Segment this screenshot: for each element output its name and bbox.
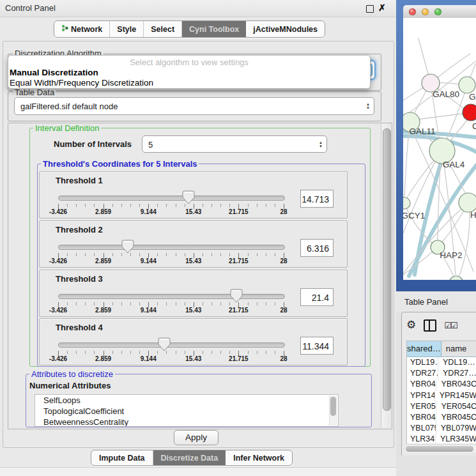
- minor-tick: [185, 253, 185, 256]
- bottom-tab-bar: Impute Data Discretize Data Infer Networ…: [91, 450, 293, 466]
- settings-vertical-scrollbar[interactable]: [381, 123, 391, 427]
- tab-cyni-toolbox[interactable]: Cyni Toolbox: [182, 21, 246, 37]
- table-horizontal-scrollbar[interactable]: [405, 444, 476, 452]
- network-node[interactable]: [449, 276, 463, 280]
- slider-track[interactable]: [58, 294, 285, 299]
- cell-shared-name[interactable]: YER054C: [407, 401, 436, 412]
- network-canvas[interactable]: GAL80GACGAL11GAL4GCY1HHAP2: [403, 18, 476, 280]
- scrollbar-thumb[interactable]: [406, 446, 473, 452]
- apply-button[interactable]: Apply: [174, 430, 219, 445]
- slider-track[interactable]: [58, 342, 285, 348]
- minor-tick: [211, 351, 212, 354]
- cell-name[interactable]: YBL079W: [436, 423, 476, 434]
- window-minimize-icon[interactable]: [422, 8, 429, 15]
- slider-thumb[interactable]: [158, 337, 171, 351]
- slider-thumb[interactable]: [230, 289, 243, 303]
- minor-tick: [266, 204, 266, 207]
- cell-shared-name[interactable]: YLR345W: [407, 434, 436, 443]
- minor-tick: [85, 253, 86, 256]
- attribute-list-item[interactable]: SelfLoops: [35, 395, 338, 406]
- table-row[interactable]: YPR145WYPR145W: [407, 390, 476, 401]
- network-window-titlebar[interactable]: [403, 5, 476, 19]
- window-zoom-icon[interactable]: [434, 8, 441, 15]
- tab-network[interactable]: Network: [54, 21, 110, 37]
- minor-tick: [166, 302, 167, 305]
- network-node-c[interactable]: [463, 104, 476, 121]
- minor-tick: [275, 302, 275, 305]
- slider-thumb[interactable]: [182, 190, 195, 204]
- minor-tick: [166, 351, 167, 354]
- cell-name[interactable]: YBR045C: [436, 412, 476, 423]
- column-checkboxes-icon[interactable]: ☑☑: [444, 321, 456, 330]
- split-view-icon[interactable]: [424, 319, 436, 332]
- tick-label: 15.43: [185, 355, 201, 362]
- network-node-gcy1[interactable]: [403, 197, 410, 209]
- cell-shared-name[interactable]: YDL19…: [407, 357, 438, 368]
- threshold-value-field[interactable]: 6.316: [300, 239, 334, 257]
- minor-tick: [211, 302, 212, 305]
- control-panel: Control Panel ✗ Network Style Select Cyn…: [0, 0, 396, 476]
- minor-tick: [176, 351, 176, 354]
- node-table: shared… name YDL19…YDL19…YDR27…YDR27…YBR…: [406, 341, 476, 443]
- minor-tick: [112, 302, 113, 305]
- tab-infer-network[interactable]: Infer Network: [226, 450, 292, 465]
- table-panel-title: Table Panel: [404, 297, 448, 307]
- cell-name[interactable]: YLR345W: [436, 434, 476, 443]
- cell-shared-name[interactable]: YBR043C: [407, 379, 436, 390]
- float-panel-icon[interactable]: [366, 5, 374, 13]
- cell-shared-name[interactable]: YDR27…: [407, 368, 438, 379]
- network-node-label: HAP2: [440, 250, 462, 260]
- cell-name[interactable]: YDR27…: [438, 368, 476, 379]
- number-of-intervals-combobox[interactable]: 5 ▲▼: [142, 135, 327, 153]
- tick-label: -3.426: [49, 208, 67, 215]
- numerical-attributes-list[interactable]: SelfLoopsTopologicalCoefficientBetweenne…: [35, 394, 339, 427]
- cell-name[interactable]: YPR145W: [435, 390, 476, 401]
- threshold-value-field[interactable]: 11.344: [300, 337, 334, 355]
- attribute-list-item[interactable]: BetweennessCentrality: [35, 417, 338, 427]
- cell-shared-name[interactable]: YBL079W: [407, 423, 436, 434]
- column-header-shared-name[interactable]: shared…: [407, 341, 441, 357]
- slider-track[interactable]: [58, 196, 285, 201]
- scrollbar-thumb[interactable]: [383, 128, 391, 411]
- cell-name[interactable]: YBR043C: [436, 379, 476, 390]
- table-row[interactable]: YLR345WYLR345W: [407, 434, 476, 443]
- table-row[interactable]: YDL19…YDL19…: [407, 357, 476, 368]
- table-row[interactable]: YBR043CYBR043C: [407, 379, 476, 390]
- cell-name[interactable]: YER054C: [436, 401, 476, 412]
- table-row[interactable]: YER054CYER054C: [407, 401, 476, 412]
- close-panel-icon[interactable]: ✗: [378, 3, 386, 13]
- column-header-name[interactable]: name: [441, 341, 476, 357]
- cell-shared-name[interactable]: YBR045C: [407, 412, 436, 423]
- cell-shared-name[interactable]: YPR145W: [407, 390, 435, 401]
- gear-icon[interactable]: ⚙: [406, 319, 416, 332]
- attributes-list-scrollbar[interactable]: [329, 395, 337, 426]
- minor-tick: [130, 351, 131, 354]
- dropdown-option-manual[interactable]: Manual Discretization: [10, 68, 98, 77]
- minor-tick: [248, 351, 249, 354]
- threshold-value-field[interactable]: 21.4: [300, 288, 334, 306]
- tab-impute-data[interactable]: Impute Data: [91, 450, 153, 465]
- network-node-h[interactable]: [459, 193, 476, 212]
- scrollbar-thumb[interactable]: [330, 397, 336, 416]
- cell-name[interactable]: YDL19…: [438, 357, 476, 368]
- dropdown-option-equal-width[interactable]: Equal Width/Frequency Discretization: [10, 78, 153, 88]
- slider-thumb[interactable]: [121, 240, 134, 254]
- tab-discretize-data[interactable]: Discretize Data: [153, 450, 226, 465]
- tab-jactivemnodules[interactable]: jActiveMNodules: [246, 21, 325, 37]
- table-data-combobox[interactable]: galFiltered.sif default node ▲▼: [14, 97, 374, 115]
- tab-style[interactable]: Style: [110, 21, 144, 37]
- table-row[interactable]: YBR045CYBR045C: [407, 412, 476, 423]
- network-node-ga[interactable]: [459, 77, 475, 93]
- tick-label: 15.43: [185, 257, 201, 265]
- tab-select[interactable]: Select: [144, 21, 182, 37]
- window-close-icon[interactable]: [409, 8, 416, 15]
- slider-track[interactable]: [58, 245, 285, 250]
- threshold-value-field[interactable]: 14.713: [300, 190, 334, 208]
- table-row[interactable]: YBL079WYBL079W: [407, 423, 476, 434]
- network-node-label: GCY1: [403, 211, 425, 220]
- attribute-list-item[interactable]: TopologicalCoefficient: [35, 406, 338, 417]
- table-row[interactable]: YDR27…YDR27…: [407, 368, 476, 379]
- table-header-row: shared… name: [407, 341, 476, 357]
- minor-tick: [275, 204, 275, 207]
- network-node-label: GA: [469, 92, 476, 102]
